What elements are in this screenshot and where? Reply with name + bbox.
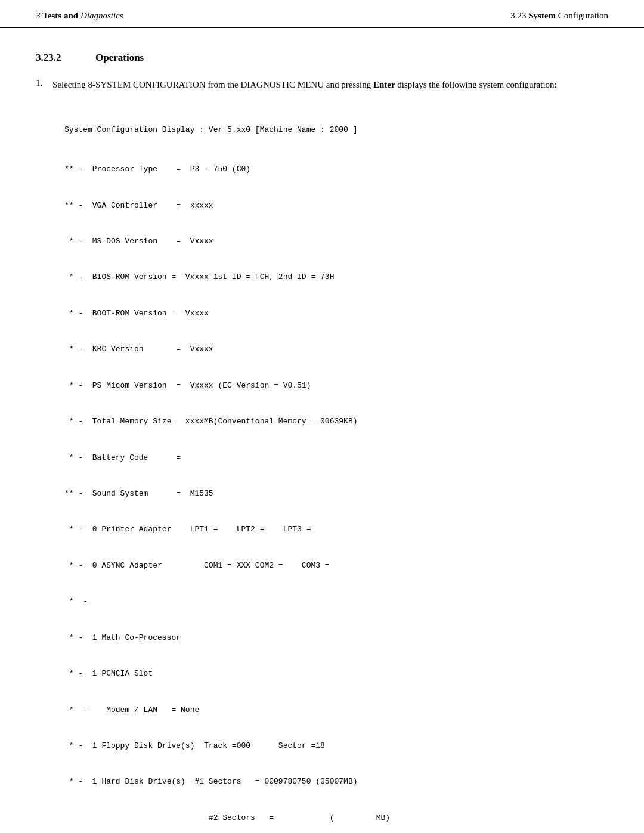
header-left: 3 Tests and Diagnostics <box>36 11 123 21</box>
code-line-6: * - PS Micom Version = Vxxxx (EC Version… <box>64 380 608 392</box>
code-line-18: #2 Sectors = ( MB) <box>64 812 608 824</box>
list-item-1: 1. Selecting 8-SYSTEM CONFIGURATION from… <box>36 78 608 833</box>
code-line-1: ** - VGA Controller = xxxxx <box>64 200 608 212</box>
code-line-9: ** - Sound System = M1535 <box>64 488 608 500</box>
code-line-15: * - Modem / LAN = None <box>64 704 608 716</box>
section-number: 3.23.2 <box>36 52 83 64</box>
main-content: 3.23.2 Operations 1. Selecting 8-SYSTEM … <box>0 28 644 833</box>
code-line-10: * - 0 Printer Adapter LPT1 = LPT2 = LPT3… <box>64 524 608 535</box>
header-right: 3.23 System Configuration <box>510 11 608 21</box>
header-chapter-italic: Diagnostics <box>80 11 123 20</box>
code-header: System Configuration Display : Ver 5.xx0… <box>64 124 608 136</box>
list-item-1-intro-text: Selecting 8-SYSTEM CONFIGURATION from th… <box>52 80 373 89</box>
code-line-11: * - 0 ASYNC Adapter COM1 = XXX COM2 = CO… <box>64 560 608 572</box>
code-line-8: * - Battery Code = <box>64 452 608 464</box>
code-block: System Configuration Display : Ver 5.xx0… <box>52 100 608 834</box>
header-section-italic: Configuration <box>558 11 608 20</box>
code-line-5: * - KBC Version = Vxxxx <box>64 343 608 355</box>
code-line-7: * - Total Memory Size= xxxxMB(Convention… <box>64 416 608 428</box>
list-item-1-intro: Selecting 8-SYSTEM CONFIGURATION from th… <box>52 78 608 92</box>
page-header: 3 Tests and Diagnostics 3.23 System Conf… <box>0 0 644 28</box>
list-item-1-intro-bold: Enter <box>373 80 395 89</box>
header-section-number: 3.23 <box>510 11 526 20</box>
header-section-bold: System <box>528 11 556 20</box>
page: 3 Tests and Diagnostics 3.23 System Conf… <box>0 0 644 833</box>
header-chapter-number: 3 <box>36 11 41 20</box>
code-line-3: * - BIOS-ROM Version = Vxxxx 1st ID = FC… <box>64 271 608 283</box>
code-line-2: * - MS-DOS Version = Vxxxx <box>64 236 608 247</box>
section-heading: 3.23.2 Operations <box>36 52 608 64</box>
list-item-1-intro-end: displays the following system configurat… <box>395 80 557 89</box>
list-number-1: 1. <box>36 78 52 88</box>
list-content-1: Selecting 8-SYSTEM CONFIGURATION from th… <box>52 78 608 833</box>
code-line-16: * - 1 Floppy Disk Drive(s) Track =000 Se… <box>64 740 608 752</box>
code-line-4: * - BOOT-ROM Version = Vxxxx <box>64 308 608 320</box>
code-line-14: * - 1 PCMCIA Slot <box>64 668 608 680</box>
section-title: Operations <box>95 52 144 64</box>
code-line-0: ** - Processor Type = P3 - 750 (C0) <box>64 163 608 175</box>
code-line-17: * - 1 Hard Disk Drive(s) #1 Sectors = 00… <box>64 776 608 788</box>
header-chapter-bold: Tests and <box>42 11 78 20</box>
code-line-13: * - 1 Math Co-Processor <box>64 632 608 644</box>
operations-list: 1. Selecting 8-SYSTEM CONFIGURATION from… <box>36 78 608 833</box>
code-line-12: * - <box>64 596 608 608</box>
